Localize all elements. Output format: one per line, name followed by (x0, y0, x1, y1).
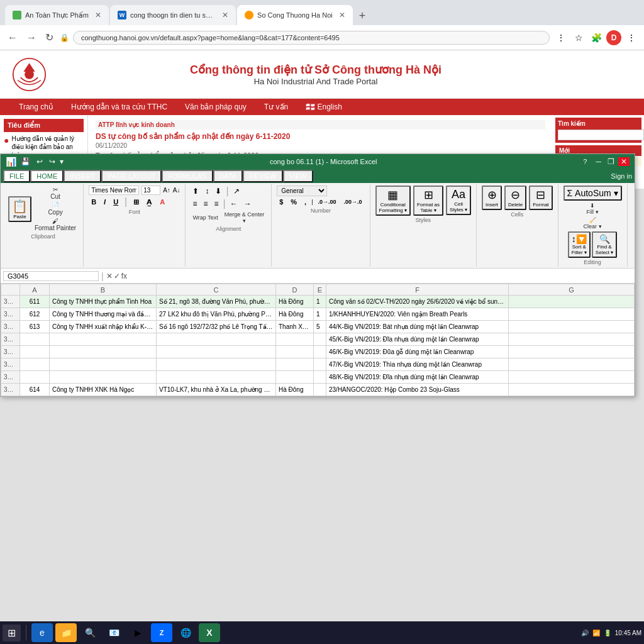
cell-col_b-3049[interactable] (50, 346, 157, 358)
orientation-button[interactable]: ↗ (231, 186, 242, 196)
cell-col_c-3045[interactable]: Số 21, ngô 38, đường Văn Phú, phường Phú… (157, 296, 276, 308)
cell-col_d-3045[interactable]: Hà Đông (276, 296, 314, 308)
cell-col_c-3046[interactable]: 27 LK2 khu đô thị Văn Phú, phường Phú La (157, 308, 276, 321)
cell-col_f-3050[interactable]: 47/K-Big VN/2019: Thìa nhựa dùng một lần… (326, 358, 509, 371)
cell-col_d-3052[interactable]: Hà Đông (276, 384, 314, 396)
col-header-f[interactable]: F (326, 284, 509, 296)
border-button[interactable]: ⊞ (131, 197, 142, 207)
redo-button[interactable]: ↪ (47, 157, 57, 167)
format-table-button[interactable]: ⊞ Format asTable ▾ (413, 186, 443, 216)
clear-button[interactable]: 🧹 Clear ▾ (582, 216, 604, 230)
cell-col_g-3050[interactable] (509, 358, 635, 371)
format-cells-button[interactable]: ⊟ Format (529, 186, 552, 210)
cell-col_e-3045[interactable]: 1 (314, 296, 326, 308)
indent-inc-button[interactable]: → (242, 199, 253, 209)
puzzle-icon[interactable]: 🧩 (589, 30, 604, 45)
taskbar-mail[interactable]: 📧 (103, 623, 125, 642)
autosum-button[interactable]: Σ AutoSum ▾ (564, 186, 622, 201)
font-size-input[interactable] (142, 186, 160, 195)
menu-review[interactable]: REVIEW (243, 170, 282, 182)
cell-col_d-3047[interactable]: Thanh Xuân (276, 321, 314, 333)
delete-cells-button[interactable]: ⊖ Delete (504, 186, 526, 210)
bookmark-icon[interactable]: ☆ (571, 30, 586, 45)
tab-close-1[interactable]: ✕ (95, 11, 101, 19)
formula-input[interactable] (130, 272, 632, 280)
taskbar-folder[interactable]: 📁 (55, 623, 77, 642)
search-input[interactable] (558, 130, 644, 140)
cell-col_a-3046[interactable]: 612 (20, 308, 50, 321)
table-row[interactable]: 305047/K-Big VN/2019: Thìa nhựa dùng một… (1, 358, 635, 371)
cell-col_f-3047[interactable]: 44/K-Big VN/2019: Bát nhựa dùng một lần … (326, 321, 509, 333)
cell-col_e-3050[interactable] (314, 358, 326, 371)
cell-col_b-3052[interactable]: Công ty TNHH XNK Hà Ngọc (50, 384, 157, 396)
taskbar-media[interactable]: ▶ (127, 623, 148, 642)
cell-col_g-3047[interactable] (509, 321, 635, 333)
cell-col_c-3048[interactable] (157, 333, 276, 346)
col-header-b[interactable]: B (50, 284, 157, 296)
bold-button[interactable]: B (89, 197, 99, 206)
menu-icon[interactable]: ⋮ (624, 30, 639, 45)
cell-col_d-3050[interactable] (276, 358, 314, 371)
cell-col_g-3052[interactable] (509, 384, 635, 396)
nav-tu-van[interactable]: Tư vấn (255, 99, 297, 115)
cell-col_d-3049[interactable] (276, 346, 314, 358)
forward-button[interactable]: → (24, 31, 39, 45)
align-right-button[interactable]: ≡ (213, 199, 221, 209)
cell-col_c-3049[interactable] (157, 346, 276, 358)
merge-center-button[interactable]: Merge & Center ▾ (223, 211, 267, 225)
menu-data[interactable]: DATA (213, 170, 243, 182)
cell-col_a-3048[interactable] (20, 333, 50, 346)
cell-col_b-3048[interactable] (50, 333, 157, 346)
cell-col_e-3046[interactable]: 1 (314, 308, 326, 321)
number-format-select[interactable]: General (277, 186, 327, 196)
table-row[interactable]: 304946/K-Big VN/2019: Đũa gỗ dùng một lầ… (1, 346, 635, 358)
cell-col_c-3052[interactable]: VT10-LK7, khu nhà ở Xa La, phường Phúc L… (157, 384, 276, 396)
sign-in-link[interactable]: Sign in (611, 172, 632, 180)
italic-button[interactable]: I (101, 197, 108, 206)
taskbar-chrome[interactable]: 🌐 (175, 623, 196, 642)
back-button[interactable]: ← (5, 31, 20, 45)
tab-cong-thong[interactable]: W cong thoogn tin dien tu so cong ✕ (110, 5, 236, 25)
nav-lang[interactable]: 🏴󠁧󠁢󠁥󠁮󠁧󠁿 English (297, 99, 351, 115)
comma-button[interactable]: % (288, 197, 299, 206)
conditional-formatting-button[interactable]: ▦ ConditionalFormatting ▾ (375, 186, 411, 216)
cell-col_a-3052[interactable]: 614 (20, 384, 50, 396)
cut-button[interactable]: ✂ Cut (33, 186, 78, 201)
insert-function-button[interactable]: fx (121, 272, 127, 280)
fill-button[interactable]: ⬇ Fill ▾ (582, 202, 604, 216)
cell-col_b-3051[interactable] (50, 371, 157, 384)
find-select-button[interactable]: 🔍 Find &Select ▾ (592, 231, 617, 258)
nav-huong-dan[interactable]: Hướng dẫn và tra cứu TTHC (62, 99, 176, 115)
cell-col_d-3046[interactable]: Hà Đông (276, 308, 314, 321)
start-button[interactable]: ⊞ (3, 625, 21, 641)
cell-col_e-3052[interactable] (314, 384, 326, 396)
taskbar-zalo[interactable]: Z (151, 623, 172, 642)
help-icon[interactable]: ? (583, 158, 587, 165)
cell-col_b-3045[interactable]: Công ty TNHH thực phẩm Tinh Hoa (50, 296, 157, 308)
sort-filter-button[interactable]: ↕🔽 Sort &Filter ▾ (568, 231, 591, 258)
cell-col_f-3051[interactable]: 48/K-Big VN/2019: Đĩa nhựa dùng một lần … (326, 371, 509, 384)
cell-col_b-3050[interactable] (50, 358, 157, 371)
fill-color-button[interactable]: A̲ (144, 197, 155, 207)
align-middle-button[interactable]: ↕ (203, 186, 211, 196)
save-button[interactable]: 💾 (19, 157, 32, 167)
cell-col_g-3046[interactable] (509, 308, 635, 321)
cell-col_g-3048[interactable] (509, 333, 635, 346)
align-center-button[interactable]: ≡ (202, 199, 210, 209)
cell-col_a-3051[interactable] (20, 371, 50, 384)
cell-col_c-3051[interactable] (157, 371, 276, 384)
percent-button[interactable]: $ (277, 197, 286, 206)
cell-col_e-3049[interactable] (314, 346, 326, 358)
cell-col_f-3045[interactable]: Công văn số 02/CV-TH/2020 ngày 26/6/2020… (326, 296, 509, 308)
restore-button[interactable]: ❐ (605, 157, 617, 166)
menu-view[interactable]: VIEW (283, 170, 313, 182)
format-painter-button[interactable]: 🖌 Format Painter (33, 217, 78, 232)
col-header-a[interactable]: A (20, 284, 50, 296)
wrap-text-button[interactable]: Wrap Text (191, 214, 219, 221)
refresh-button[interactable]: ↻ (43, 30, 56, 45)
decrease-font-button[interactable]: A↓ (173, 187, 180, 194)
cell-reference-input[interactable] (3, 271, 99, 281)
cell-styles-button[interactable]: Aa CellStyles ▾ (446, 186, 471, 215)
dollar-button[interactable]: , (302, 197, 309, 206)
menu-formulas[interactable]: FORMULAS (162, 170, 213, 182)
